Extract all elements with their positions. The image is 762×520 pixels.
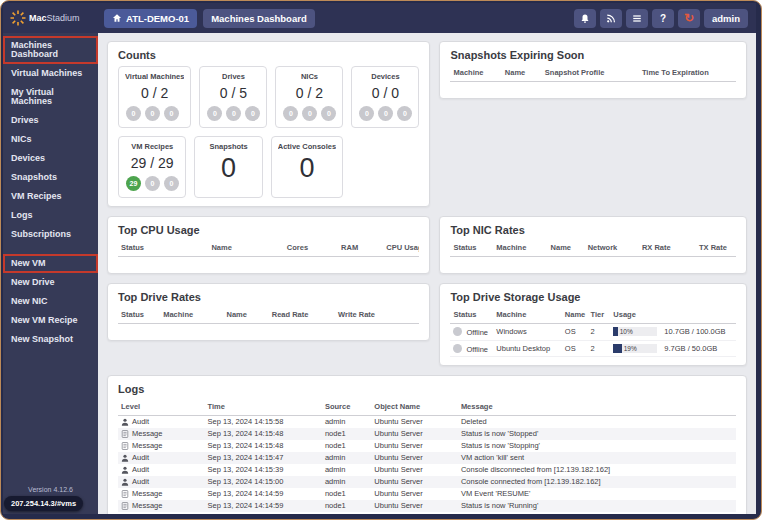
sidebar-action-item[interactable]: New VM Recipe xyxy=(3,311,98,330)
logs-title: Logs xyxy=(118,383,736,395)
log-message-cell: Console connected from [12.139.182.162] xyxy=(458,476,736,488)
column-header: Read Rate xyxy=(269,308,335,324)
count-card-label: Drives xyxy=(206,72,260,81)
log-object-cell: Ubuntu Server xyxy=(371,488,458,500)
sidebar-action-item[interactable]: New Snapshot xyxy=(3,330,98,349)
log-object-cell: Ubuntu Server xyxy=(371,464,458,476)
count-card-value: 29 / 29 xyxy=(125,155,179,171)
column-header: Status xyxy=(450,308,493,324)
app-window: MacStadium ATL-DEMO-01 Machines Dashboar… xyxy=(0,0,762,520)
address-status-pill: 207.254.14.3/#vms xyxy=(4,496,83,511)
count-card-value: 0 / 2 xyxy=(282,85,336,101)
usage-bar: 19% xyxy=(613,344,657,353)
storage-name-cell: OS xyxy=(562,340,588,357)
log-list-button[interactable] xyxy=(626,9,648,28)
count-badge: 0 xyxy=(164,176,179,191)
log-message-cell: Status is now 'Starting' xyxy=(458,512,736,514)
sidebar-action-item[interactable]: New NIC xyxy=(3,292,98,311)
column-header: Machine xyxy=(493,241,547,257)
storage-row[interactable]: Offline Ubuntu Desktop OS 2 19% xyxy=(450,340,736,357)
sidebar-action-item[interactable]: New Drive xyxy=(3,273,98,292)
refresh-button[interactable]: ↻ xyxy=(678,9,700,28)
log-object-cell: Ubuntu Server xyxy=(371,416,458,429)
storage-row[interactable]: Offline Windows OS 2 10% xyxy=(450,324,736,341)
count-card[interactable]: Drives 0 / 5 0 0 0 xyxy=(199,66,267,128)
count-badge: 0 xyxy=(378,106,393,121)
help-button[interactable]: ? xyxy=(652,9,674,28)
usage-percent-label: 10% xyxy=(620,328,633,335)
sidebar-nav-item[interactable]: VM Recipes xyxy=(3,187,98,206)
log-level-cell: Audit xyxy=(118,452,205,464)
count-badge: 0 xyxy=(226,106,241,121)
log-time-cell: Sep 13, 2024 14:15:47 xyxy=(205,452,322,464)
log-message-cell: Deleted xyxy=(458,416,736,429)
column-header: Machine xyxy=(450,66,501,82)
count-card[interactable]: Virtual Machines 0 / 2 0 0 0 xyxy=(118,66,191,128)
sidebar-action-item[interactable]: New VM xyxy=(3,254,98,273)
column-header: TX Rate xyxy=(696,241,736,257)
top-cpu-usage-panel: Top CPU Usage StatusNameCoresRAMCPU Usag… xyxy=(107,216,430,274)
log-time-cell: Sep 13, 2024 14:15:58 xyxy=(205,416,322,429)
storage-machine-cell: Ubuntu Desktop xyxy=(493,340,562,357)
notifications-button[interactable] xyxy=(574,9,596,28)
count-card[interactable]: VM Recipes 29 / 29 29 0 0 xyxy=(118,136,186,198)
column-header: Time xyxy=(205,400,322,416)
log-row: Message Sep 13, 2024 14:15:48 node1 Ubun… xyxy=(118,428,736,440)
sidebar-nav-item[interactable]: Subscriptions xyxy=(3,225,98,244)
snapshots-expiring-title: Snapshots Expiring Soon xyxy=(450,49,736,61)
log-row: Message Sep 13, 2024 14:14:58 node1 Ubun… xyxy=(118,512,736,514)
sidebar-nav-item[interactable]: My Virtual Machines xyxy=(3,83,98,111)
column-header: Machine xyxy=(493,308,562,324)
count-badge: 0 xyxy=(302,106,317,121)
count-card-label: Devices xyxy=(358,72,412,81)
usage-text: 9.7GB / 50.0GB xyxy=(664,344,717,353)
top-nic-rates-table: StatusMachineNameNetworkRX RateTX Rate xyxy=(450,241,736,257)
storage-status-cell: Offline xyxy=(450,324,493,341)
log-level-cell: Audit xyxy=(118,464,205,476)
sidebar-nav-item[interactable]: Logs xyxy=(3,206,98,225)
version-label: Version 4.12.6 xyxy=(3,483,98,496)
audit-person-icon xyxy=(121,454,129,462)
admin-menu-button[interactable]: admin xyxy=(704,9,748,28)
offline-status-icon xyxy=(453,327,462,336)
sidebar-nav-item[interactable]: Drives xyxy=(3,111,98,130)
events-feed-button[interactable] xyxy=(600,9,622,28)
log-object-cell: Ubuntu Server xyxy=(371,440,458,452)
count-card-badges: 0 0 0 xyxy=(125,106,184,121)
count-card-label: NICs xyxy=(282,72,336,81)
sidebar-nav-item[interactable]: Devices xyxy=(3,149,98,168)
log-message-cell: Console disconnected from [12.139.182.16… xyxy=(458,464,736,476)
sidebar-nav: Machines Dashboard Virtual Machines My V… xyxy=(3,36,98,244)
count-card[interactable]: NICs 0 / 2 0 0 0 xyxy=(275,66,343,128)
log-source-cell: admin xyxy=(322,464,371,476)
counts-row-1: Virtual Machines 0 / 2 0 0 0 Drives 0 / … xyxy=(118,66,419,128)
machines-dashboard-breadcrumb-button[interactable]: Machines Dashboard xyxy=(203,9,315,28)
log-time-cell: Sep 13, 2024 14:15:48 xyxy=(205,440,322,452)
message-document-icon xyxy=(121,502,129,510)
top-drive-storage-table: StatusMachineNameTierUsage Offline Windo… xyxy=(450,308,736,357)
column-header: Write Rate xyxy=(335,308,419,324)
count-card-label: VM Recipes xyxy=(125,142,179,151)
log-message-cell: VM Event 'RESUME' xyxy=(458,488,736,500)
log-row: Message Sep 13, 2024 14:14:59 node1 Ubun… xyxy=(118,500,736,512)
sidebar-nav-item[interactable]: Snapshots xyxy=(3,168,98,187)
top-cpu-usage-table: StatusNameCoresRAMCPU Usage xyxy=(118,241,419,257)
sidebar-nav-item[interactable]: Virtual Machines xyxy=(3,64,98,83)
sidebar-nav-item[interactable]: NICs xyxy=(3,130,98,149)
sidebar-nav-item[interactable]: Machines Dashboard xyxy=(3,36,98,64)
log-source-cell: admin xyxy=(322,476,371,488)
log-object-cell: Ubuntu Server xyxy=(371,428,458,440)
log-message-cell: Status is now 'Stopping' xyxy=(458,440,736,452)
log-row: Audit Sep 13, 2024 14:15:47 admin Ubuntu… xyxy=(118,452,736,464)
log-message-cell: Status is now 'Stopped' xyxy=(458,428,736,440)
count-card[interactable]: Snapshots 0 xyxy=(194,136,262,198)
count-card-badges: 29 0 0 xyxy=(125,176,179,191)
count-card[interactable]: Active Consoles 0 xyxy=(271,136,343,198)
column-header: Snapshot Profile xyxy=(542,66,639,82)
count-card[interactable]: Devices 0 / 0 0 0 0 xyxy=(351,66,419,128)
count-badge: 0 xyxy=(245,106,260,121)
top-nic-rates-title: Top NIC Rates xyxy=(450,224,736,236)
counts-row-2: VM Recipes 29 / 29 29 0 0 Snapshots 0 xyxy=(118,136,419,198)
storage-status-cell: Offline xyxy=(450,340,493,357)
home-breadcrumb-button[interactable]: ATL-DEMO-01 xyxy=(104,9,197,28)
